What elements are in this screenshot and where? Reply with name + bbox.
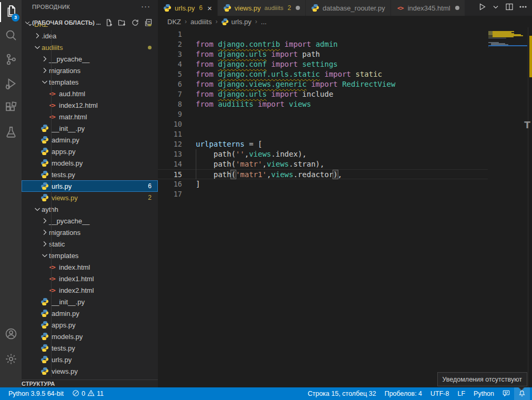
python-icon <box>41 355 49 364</box>
tree-item-templates[interactable]: templates <box>22 250 158 261</box>
tree-item-static[interactable]: static <box>22 238 158 250</box>
status-language-mode[interactable]: Python <box>469 387 498 400</box>
tree-item-label: views.py <box>52 194 78 202</box>
tree-item-matr.html[interactable]: <>matr.html <box>22 111 158 122</box>
breadcrumb-item-audiiits[interactable]: audiiits <box>190 18 212 26</box>
status-python-interpreter[interactable]: Python 3.9.5 64-bit <box>4 387 68 400</box>
python-icon <box>41 309 49 317</box>
tree-item-apps.py[interactable]: apps.py <box>22 319 158 331</box>
python-icon <box>41 170 49 179</box>
status-indentation[interactable]: Пробелов: 4 <box>380 387 426 400</box>
breadcrumb-item-...[interactable]: ... <box>261 18 267 26</box>
chevron-down-icon <box>41 251 49 260</box>
activity-bar-item-testing[interactable] <box>0 121 22 145</box>
notifications-tooltip: Уведомления отсутствуют <box>437 372 527 386</box>
tab-problems-badge: 2 <box>287 4 291 12</box>
tree-item-views.py[interactable]: views.py <box>22 365 158 377</box>
activity-bar-item-settings[interactable] <box>0 347 22 373</box>
run-dropdown[interactable] <box>490 2 501 14</box>
activity-badge: 3 <box>12 14 19 22</box>
status-label: Python 3.9.5 64-bit <box>8 390 64 397</box>
tree-item-index2.html[interactable]: <>index2.html <box>22 284 158 296</box>
tree-item-label: migrations <box>49 229 81 237</box>
feedback-icon <box>503 389 510 398</box>
activity-bar: 3 <box>0 0 22 387</box>
tree-item-models.py[interactable]: models.py <box>22 157 158 169</box>
tree-item-apps.py[interactable]: apps.py <box>22 146 158 157</box>
status-label: Строка 15, столбец 32 <box>308 390 376 397</box>
sidebar-more-actions-button[interactable]: ··· <box>141 2 150 11</box>
minimap[interactable] <box>488 30 527 93</box>
line-content: from audiiits import views <box>182 99 311 109</box>
tree-item-index1.html[interactable]: <>index1.html <box>22 273 158 284</box>
activity-bar-item-extensions[interactable] <box>0 97 22 121</box>
tree-item-label: templates <box>49 78 78 86</box>
tree-item-urls.py[interactable]: urls.py6 <box>22 180 158 192</box>
code-line-5: 5from django.conf.urls.static import sta… <box>158 69 488 79</box>
line-number: 5 <box>158 69 182 79</box>
line-content: from django.conf import settings <box>182 59 338 69</box>
activity-bar-item-explorer[interactable]: 3 <box>0 0 22 24</box>
python-icon <box>41 193 49 202</box>
status-cursor-position[interactable]: Строка 15, столбец 32 <box>304 387 380 400</box>
tree-item-aud.html[interactable]: <>aud.html <box>22 88 158 99</box>
close-icon[interactable]: × <box>207 4 212 12</box>
breadcrumb-item-DKZ[interactable]: DKZ <box>167 18 181 26</box>
tree-item-urls.py[interactable]: urls.py <box>22 354 158 365</box>
tree-item-__init__.py[interactable]: __init__.py <box>22 296 158 307</box>
tree-item-admin.py[interactable]: admin.py <box>22 134 158 146</box>
tree-item-tests.py[interactable]: tests.py <box>22 342 158 354</box>
tree-item-index.html[interactable]: <>index.html <box>22 261 158 273</box>
activity-bar-item-source-control[interactable] <box>0 48 22 73</box>
tree-item-migrations[interactable]: migrations <box>22 65 158 76</box>
tree-item-.idea[interactable]: .idea <box>22 30 158 42</box>
line-number: 9 <box>158 109 182 119</box>
outline-label: СТРУКТУРА <box>22 381 55 387</box>
tree-item-tests.py[interactable]: tests.py <box>22 169 158 180</box>
tree-item-index12.html[interactable]: <>index12.html <box>22 99 158 111</box>
tree-item-label: urls.py <box>52 356 72 364</box>
activity-bar-item-search[interactable] <box>0 24 22 48</box>
tab-views.py[interactable]: views.pyaudiiits2 <box>218 0 306 16</box>
status-feedback[interactable] <box>498 387 514 400</box>
tab-database_roouter.py[interactable]: database_roouter.py <box>306 0 391 16</box>
line-number: 15 <box>158 170 182 179</box>
tree-item-__pycache__[interactable]: __pycache__ <box>22 215 158 227</box>
tree-item-migrations[interactable]: migrations <box>22 227 158 238</box>
tree-item-DKZ[interactable]: DKZ <box>22 24 158 30</box>
tree-item-__pycache__[interactable]: __pycache__ <box>22 53 158 65</box>
overview-ruler-warning-marker <box>529 36 532 77</box>
tab-urls.py[interactable]: urls.py6× <box>158 0 218 16</box>
status-problems[interactable]: 011 <box>68 387 108 400</box>
tab-label: urls.py <box>175 4 195 12</box>
tree-item-__init__.py[interactable]: __init__.py <box>22 122 158 134</box>
activity-bar-item-run-and-debug[interactable] <box>0 73 22 97</box>
run-button[interactable] <box>476 2 488 14</box>
tab-label: views.py <box>235 4 261 12</box>
tree-item-templates[interactable]: templates <box>22 76 158 88</box>
tree-item-audiiits[interactable]: audiiits <box>22 42 158 53</box>
tree-item-views.py[interactable]: views.py2 <box>22 192 158 203</box>
activity-bar-item-accounts[interactable] <box>0 322 22 347</box>
tab-index345.html[interactable]: <>index345.html <box>391 0 465 16</box>
chevron-down-icon <box>491 3 500 13</box>
tree-item-admin.py[interactable]: admin.py <box>22 307 158 319</box>
breadcrumb-item-urls.py[interactable]: urls.py <box>231 18 251 26</box>
status-encoding[interactable]: UTF-8 <box>426 387 453 400</box>
status-eol[interactable]: LF <box>453 387 469 400</box>
python-icon <box>311 4 319 12</box>
outline-section-header[interactable]: СТРУКТУРА <box>22 380 158 387</box>
code-line-4: 4from django.conf import settings <box>158 59 488 69</box>
scrollbar-t-glyph: T <box>523 120 531 131</box>
tree-item-label: migrations <box>49 67 81 75</box>
line-content: ] <box>182 179 200 189</box>
more-actions-button[interactable] <box>517 2 529 14</box>
code-line-13: 13 path('',views.index), <box>158 149 488 159</box>
chevron-right-icon <box>41 55 49 63</box>
breadcrumb[interactable]: DKZ›audiiits›urls.py›... <box>158 16 532 27</box>
code-editor[interactable]: 12from django.contrib import admin3from … <box>158 27 532 387</box>
tree-item-models.py[interactable]: models.py <box>22 331 158 342</box>
tree-item-aythh[interactable]: aythh <box>22 203 158 215</box>
split-editor-button[interactable] <box>504 2 515 14</box>
overview-ruler[interactable] <box>528 27 532 387</box>
